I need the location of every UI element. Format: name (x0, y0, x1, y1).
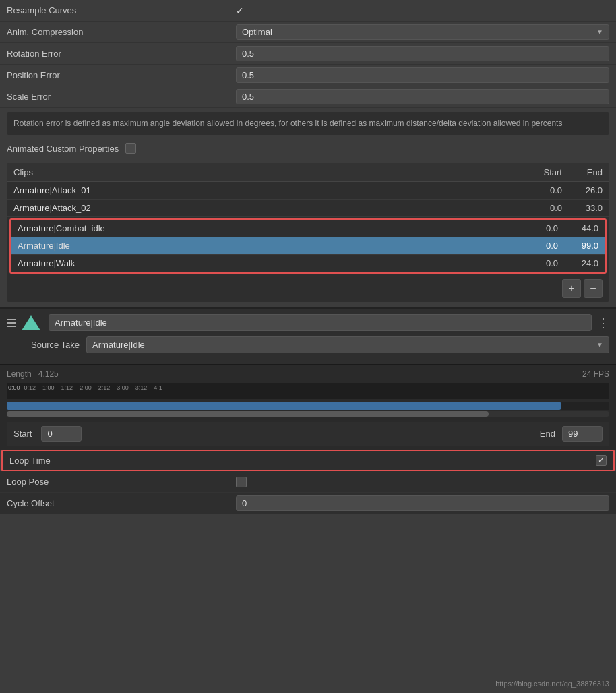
loop-pose-row: Loop Pose (0, 471, 616, 493)
loop-time-checkbox[interactable]: ✓ (596, 455, 607, 466)
rotation-error-label: Rotation Error (7, 49, 236, 59)
animated-custom-checkbox[interactable] (125, 143, 136, 154)
resample-curves-row: Resample Curves ✓ (0, 0, 616, 22)
clip-row[interactable]: Armature|Attack_01 0.0 26.0 (7, 182, 609, 200)
fps-info: 24 FPS (582, 369, 609, 379)
clip-end-0: 26.0 (562, 185, 603, 195)
timeline-info-row: Length 4.125 24 FPS (7, 369, 609, 379)
clip-end-3: 99.0 (558, 241, 598, 251)
timeline-section: Length 4.125 24 FPS 0:00 0:12 1:00 1:12 … (0, 364, 616, 450)
clips-selection-outline: Armature|Combat_idle 0.0 44.0 Armature|I… (9, 218, 607, 274)
position-error-label: Position Error (7, 70, 236, 80)
start-field[interactable] (41, 426, 82, 442)
clips-col-name: Clips (13, 167, 522, 177)
clip-row[interactable]: Armature|Idle 0.0 99.0 (11, 237, 605, 255)
position-error-field[interactable]: 0.5 (236, 67, 609, 83)
length-label: Length (7, 369, 32, 379)
clips-section: Clips Start End Armature|Attack_01 0.0 2… (7, 163, 609, 302)
cycle-offset-value[interactable]: 0 (236, 495, 609, 511)
clip-row[interactable]: Armature|Attack_02 0.0 33.0 (7, 200, 609, 217)
clip-name-4: Armature|Walk (18, 258, 518, 268)
animated-custom-label: Animated Custom Properties (7, 144, 119, 154)
timeline-ruler[interactable]: 0:00 0:12 1:00 1:12 2:00 2:12 3:00 3:12 … (7, 383, 609, 399)
clip-name-0: Armature|Attack_01 (13, 185, 522, 195)
scale-error-field[interactable]: 0.5 (236, 89, 609, 104)
ruler-ticks: 0:00 0:12 1:00 1:12 2:00 2:12 3:00 3:12 … (8, 383, 166, 391)
resample-checkmark: ✓ (236, 5, 244, 16)
anim-detail-panel: ⋮ Source Take Armature|Idle ▼ (0, 307, 616, 364)
loop-pose-checkbox[interactable] (236, 477, 247, 487)
anim-name-row: ⋮ (7, 314, 609, 331)
clip-name-1: Armature|Attack_02 (13, 203, 522, 213)
end-field[interactable] (562, 426, 603, 442)
anim-icons (7, 315, 40, 330)
loop-checkmark: ✓ (598, 456, 605, 465)
source-take-value: Armature|Idle (92, 340, 145, 350)
scale-error-label: Scale Error (7, 92, 236, 102)
source-take-row: Source Take Armature|Idle ▼ (7, 336, 609, 353)
rotation-error-field[interactable]: 0.5 (236, 46, 609, 61)
source-take-arrow: ▼ (596, 341, 603, 349)
clip-start-1: 0.0 (522, 203, 562, 213)
start-end-row: Start End (7, 422, 609, 446)
triangle-icon (22, 315, 40, 330)
clips-col-start: Start (522, 167, 562, 177)
length-value: 4.125 (38, 369, 59, 379)
end-label: End (540, 429, 555, 439)
clip-name-3: Armature|Idle (18, 241, 518, 251)
scale-error-row: Scale Error 0.5 (0, 86, 616, 108)
loop-time-row: Loop Time ✓ (1, 450, 615, 471)
bottom-props: Loop Pose Cycle Offset 0 (0, 471, 616, 514)
anim-compression-text: Optimal (242, 27, 272, 37)
start-label: Start (13, 429, 32, 439)
anim-compression-arrow: ▼ (596, 28, 603, 36)
cycle-offset-label: Cycle Offset (7, 498, 236, 508)
rotation-error-value[interactable]: 0.5 (236, 46, 609, 61)
clip-end-1: 33.0 (562, 203, 603, 213)
anim-compression-value[interactable]: Optimal ▼ (236, 24, 609, 40)
clip-start-3: 0.0 (518, 241, 558, 251)
source-take-label: Source Take (31, 340, 80, 350)
rotation-error-row: Rotation Error 0.5 (0, 43, 616, 65)
cycle-offset-row: Cycle Offset 0 (0, 493, 616, 514)
clips-header: Clips Start End (7, 163, 609, 182)
anim-compression-label: Anim. Compression (7, 27, 236, 37)
position-error-value[interactable]: 0.5 (236, 67, 609, 83)
cycle-offset-field[interactable]: 0 (236, 495, 609, 511)
position-error-row: Position Error 0.5 (0, 65, 616, 86)
clip-start-4: 0.0 (518, 258, 558, 268)
clips-footer: + − (7, 275, 609, 302)
url-watermark: https://blog.csdn.net/qq_38876313 (495, 680, 609, 688)
more-options-button[interactable]: ⋮ (597, 315, 609, 330)
clip-row[interactable]: Armature|Walk 0.0 24.0 (11, 255, 605, 272)
loop-pose-label: Loop Pose (7, 477, 236, 487)
add-clip-button[interactable]: + (562, 279, 581, 298)
anim-compression-row: Anim. Compression Optimal ▼ (0, 22, 616, 43)
scale-error-value[interactable]: 0.5 (236, 89, 609, 104)
timeline-scrollbar[interactable] (7, 411, 609, 417)
clip-name-2: Armature|Combat_idle (18, 223, 518, 233)
timeline-track[interactable] (7, 402, 609, 410)
timeline-bar (7, 402, 561, 410)
anim-compression-dropdown[interactable]: Optimal ▼ (236, 24, 609, 40)
clips-col-end: End (562, 167, 603, 177)
clip-start-2: 0.0 (518, 223, 558, 233)
remove-clip-button[interactable]: − (584, 279, 603, 298)
length-info: Length 4.125 (7, 369, 59, 379)
resample-curves-label: Resample Curves (7, 5, 236, 16)
info-box: Rotation error is defined as maximum ang… (7, 112, 609, 135)
clip-end-4: 24.0 (558, 258, 598, 268)
clip-start-0: 0.0 (522, 185, 562, 195)
resample-curves-value: ✓ (236, 5, 609, 16)
lines-icon (7, 319, 16, 327)
loop-time-label: Loop Time (9, 456, 596, 466)
clip-row[interactable]: Armature|Combat_idle 0.0 44.0 (11, 220, 605, 237)
clip-end-2: 44.0 (558, 223, 598, 233)
loop-pose-value (236, 477, 609, 487)
anim-name-field[interactable] (49, 314, 592, 331)
timeline-scrollbar-thumb[interactable] (7, 411, 489, 417)
source-take-dropdown[interactable]: Armature|Idle ▼ (86, 336, 609, 353)
animated-custom-row: Animated Custom Properties (0, 139, 616, 158)
